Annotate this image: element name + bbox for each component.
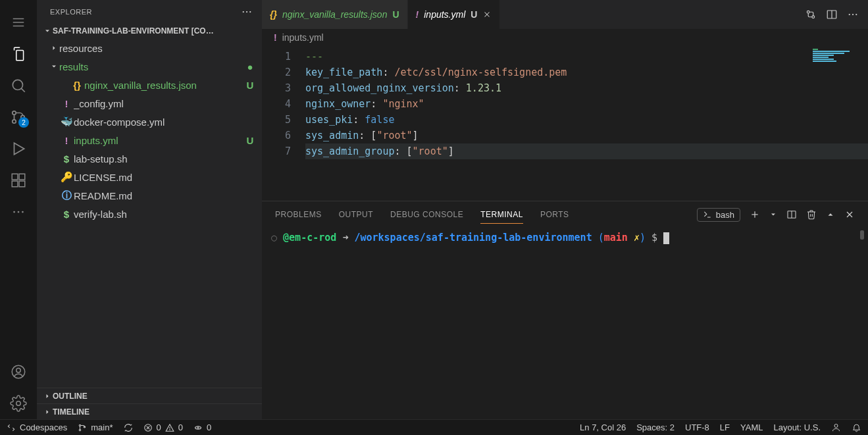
tab-label: nginx_vanilla_results.json [282,9,388,20]
status-ports[interactable]: 0 [193,422,211,432]
tab-label: inputs.yml [424,9,465,20]
status-eol[interactable]: LF [720,422,730,432]
prompt-symbol: $ [651,232,657,243]
svg-point-38 [80,424,81,426]
status-codespaces[interactable]: Codespaces [7,422,67,432]
svg-marker-8 [14,143,24,154]
svg-rect-11 [19,181,25,187]
breadcrumb-file: inputs.yml [282,32,324,43]
file-row[interactable]: $lab-setup.sh [37,149,262,168]
code-line[interactable]: org_allowed_nginx_version: 1.23.1 [305,80,868,96]
git-status: U [245,135,255,146]
folder-name: results [59,61,245,72]
git-status: ● [245,61,255,72]
panel-tab-problems[interactable]: PROBLEMS [275,206,322,223]
terminal[interactable]: ○ @em-c-rod ➜ /workspaces/saf-training-l… [262,228,868,419]
info-icon: ⓘ [59,190,74,202]
repo-section-header[interactable]: SAF-TRAINING-LAB-ENVIRONMENT [CO… [37,23,262,39]
folder-row[interactable]: results● [37,57,262,76]
compare-changes-icon[interactable] [805,9,817,20]
terminal-scroll-indicator [860,230,864,240]
file-name: nginx_vanilla_results.json [84,80,245,91]
status-problems[interactable]: 0 0 [143,422,183,432]
ports-count: 0 [207,422,211,432]
prompt-branch: main [604,232,628,243]
file-row[interactable]: ⓘREADME.md [37,186,262,205]
line-gutter: 1234567 [262,46,305,201]
yaml-icon: ! [416,9,419,20]
file-row[interactable]: !inputs.ymlU [37,131,262,149]
terminal-shell-selector[interactable]: bash [697,208,740,222]
settings-gear-icon[interactable] [3,388,34,419]
svg-rect-12 [19,174,25,180]
file-row[interactable]: $verify-lab.sh [37,205,262,223]
split-editor-icon[interactable] [826,9,838,20]
close-panel-icon[interactable] [844,209,855,220]
code-line[interactable]: uses_pki: false [305,112,868,128]
sidebar-more-icon[interactable] [241,6,253,18]
status-encoding[interactable]: UTF-8 [685,422,709,432]
yaml-icon: ! [274,32,277,43]
panel-tab-terminal[interactable]: TERMINAL [480,206,523,224]
file-row[interactable]: 🐳docker-compose.yml [37,113,262,131]
timeline-label: TIMELINE [53,407,257,417]
file-row[interactable]: !_config.yml [37,94,262,113]
editor-body[interactable]: 1234567 ---key_file_path: /etc/ssl/nginx… [262,46,868,201]
file-row[interactable]: {}nginx_vanilla_results.jsonU [37,76,262,94]
code-line[interactable]: sys_admin: ["root"] [305,128,868,143]
source-control-icon[interactable]: 2 [3,101,34,133]
status-cursor[interactable]: Ln 7, Col 26 [580,422,626,432]
tab-more-icon[interactable] [847,9,859,20]
editor-tab[interactable]: {}nginx_vanilla_results.jsonU [262,0,408,29]
new-terminal-icon[interactable] [750,209,760,220]
indent-label: Spaces: 2 [636,422,675,432]
panel-tab-debug-console[interactable]: DEBUG CONSOLE [390,206,463,223]
close-tab-icon[interactable] [482,10,492,19]
code-line[interactable]: nginx_owner: "nginx" [305,96,868,112]
code-line[interactable]: sys_admin_group: ["root"] [305,143,868,159]
code-content[interactable]: ---key_file_path: /etc/ssl/nginx-selfsig… [305,46,868,201]
prompt-dirty: ✗ [634,232,640,243]
account-icon[interactable] [3,356,34,388]
panel-tab-ports[interactable]: PORTS [540,206,569,223]
svg-point-13 [13,211,15,213]
status-layout[interactable]: Layout: U.S. [773,422,821,432]
terminal-cursor [663,232,669,244]
code-line[interactable]: key_file_path: /etc/ssl/nginx-selfsigned… [305,64,868,80]
breadcrumbs[interactable]: ! inputs.yml [262,29,868,46]
status-lang[interactable]: YAML [740,422,763,432]
layout-label: Layout: U.S. [773,422,821,432]
chevron-down-icon [42,27,53,35]
split-terminal-icon[interactable] [786,209,797,220]
status-spaces[interactable]: Spaces: 2 [636,422,675,432]
more-icon[interactable] [3,196,34,228]
outline-section[interactable]: OUTLINE [37,388,262,403]
chevron-right-icon [42,408,53,416]
terminal-dropdown-icon[interactable] [769,211,777,218]
minimap[interactable] [813,49,865,68]
chevron-down-icon [49,63,59,70]
trash-icon[interactable] [806,209,817,220]
maximize-panel-icon[interactable] [826,210,835,219]
yaml-icon: ! [59,135,74,146]
panel-tabs: PROBLEMSOUTPUTDEBUG CONSOLETERMINALPORTS… [262,201,868,228]
status-bell-icon[interactable] [852,422,861,432]
editor-tab[interactable]: !inputs.ymlU [408,0,501,29]
code-line[interactable]: --- [305,49,868,64]
search-icon[interactable] [3,70,34,101]
extensions-icon[interactable] [3,165,34,196]
file-tree: resourcesresults●{}nginx_vanilla_results… [37,39,262,388]
codespaces-label: Codespaces [20,422,67,432]
cursor-pos: Ln 7, Col 26 [580,422,626,432]
menu-icon[interactable] [3,7,34,38]
folder-row[interactable]: resources [37,39,262,57]
explorer-icon[interactable] [3,38,34,70]
status-branch[interactable]: main* [78,422,113,432]
status-sync[interactable] [124,423,133,432]
file-row[interactable]: 🔑LICENSE.md [37,168,262,186]
panel-tab-output[interactable]: OUTPUT [339,206,373,223]
file-name: verify-lab.sh [74,209,245,220]
run-debug-icon[interactable] [3,133,34,165]
timeline-section[interactable]: TIMELINE [37,403,262,419]
status-feedback-icon[interactable] [831,422,841,432]
